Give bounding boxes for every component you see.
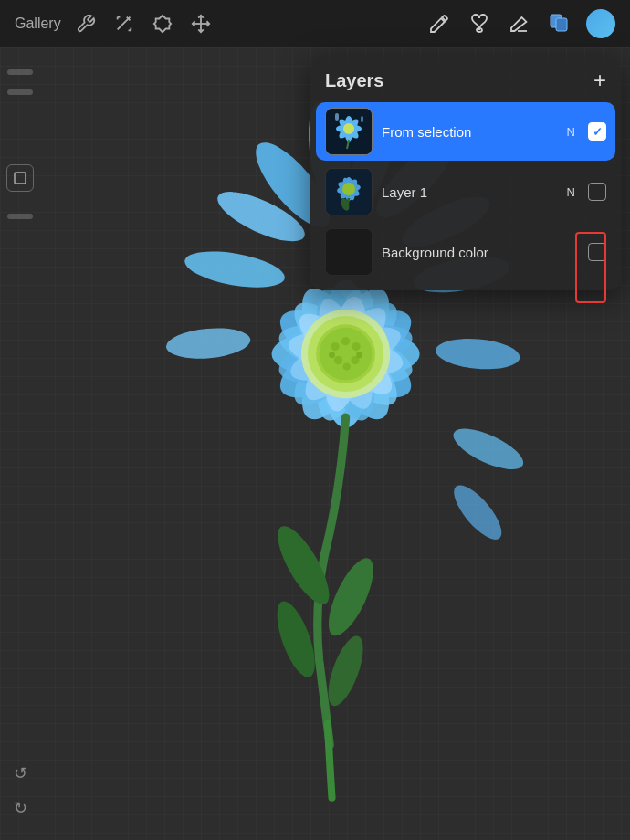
- layer-visibility-from-selection[interactable]: [588, 122, 606, 141]
- undo-button[interactable]: ↺: [6, 760, 34, 787]
- layers-panel: Layers + From selection N: [310, 57, 621, 290]
- wrench-icon[interactable]: [72, 10, 100, 37]
- svg-point-63: [343, 123, 354, 134]
- svg-point-44: [331, 342, 339, 351]
- svg-point-49: [343, 362, 351, 370]
- layer-name-background: Background color: [382, 245, 566, 260]
- left-sidebar: ↺ ↻: [0, 47, 40, 840]
- svg-point-47: [334, 356, 342, 364]
- magic-wand-icon[interactable]: [110, 10, 138, 37]
- layer-visibility-background[interactable]: [588, 243, 606, 261]
- add-layer-button[interactable]: +: [593, 69, 606, 91]
- svg-point-19: [435, 335, 521, 372]
- secondary-slider[interactable]: [7, 214, 33, 219]
- svg-rect-64: [335, 113, 339, 121]
- layer-item-background[interactable]: Background color: [316, 223, 615, 281]
- layers-icon[interactable]: [546, 10, 573, 37]
- brush-icon[interactable]: [425, 10, 453, 37]
- svg-point-18: [165, 325, 252, 362]
- svg-rect-65: [361, 116, 363, 122]
- svg-point-72: [342, 183, 355, 195]
- svg-rect-56: [15, 173, 26, 184]
- layer-mode-layer1: N: [567, 185, 575, 199]
- svg-point-20: [448, 421, 529, 478]
- smudge-icon[interactable]: [466, 10, 493, 37]
- svg-point-50: [329, 352, 335, 358]
- svg-point-21: [446, 478, 509, 547]
- layer-name-from-selection: From selection: [382, 124, 558, 140]
- eraser-icon[interactable]: [506, 10, 533, 37]
- svg-point-16: [182, 245, 287, 293]
- toolbar-right: [425, 9, 615, 38]
- svg-line-0: [117, 17, 130, 30]
- layer-visibility-layer1[interactable]: [588, 183, 606, 201]
- sidebar-bottom: ↺ ↻: [6, 760, 34, 822]
- gallery-button[interactable]: Gallery: [15, 16, 61, 32]
- redo-button[interactable]: ↻: [6, 794, 34, 822]
- layer-item-from-selection[interactable]: From selection N: [316, 102, 615, 161]
- brush-size-slider[interactable]: [7, 69, 33, 75]
- adjustments-icon[interactable]: [149, 10, 176, 37]
- layer-thumb-from-selection: [325, 108, 373, 155]
- layer-thumb-layer1: [325, 168, 373, 215]
- layer-item-layer1[interactable]: Layer 1 N: [316, 163, 615, 221]
- svg-point-45: [352, 342, 361, 351]
- svg-point-46: [341, 337, 350, 345]
- toolbar: Gallery: [0, 0, 630, 47]
- opacity-slider[interactable]: [7, 89, 33, 95]
- toolbar-left: Gallery: [15, 10, 215, 37]
- layers-header: Layers +: [310, 57, 621, 100]
- shape-selector-button[interactable]: [6, 164, 34, 192]
- svg-point-55: [321, 632, 371, 710]
- svg-point-43: [320, 328, 373, 381]
- svg-point-53: [320, 552, 382, 642]
- layer-thumb-background: [325, 228, 373, 276]
- avatar[interactable]: [586, 9, 615, 38]
- layer-name-layer1: Layer 1: [382, 184, 558, 200]
- svg-rect-74: [326, 229, 372, 275]
- layers-title: Layers: [325, 70, 384, 91]
- layer-mode-from-selection: N: [567, 125, 575, 139]
- arrow-icon[interactable]: [187, 10, 215, 37]
- svg-rect-9: [556, 18, 567, 31]
- svg-point-51: [356, 352, 362, 358]
